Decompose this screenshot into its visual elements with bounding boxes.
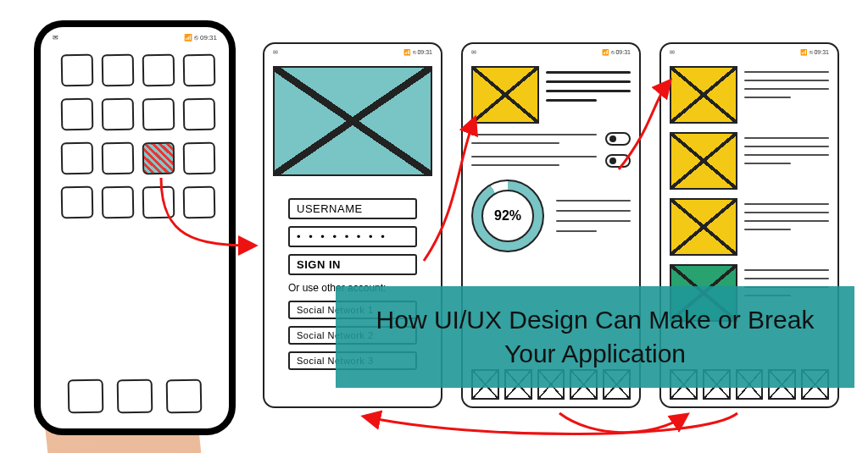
signin-button[interactable]: SIGN IN: [288, 254, 417, 275]
toggle-switch[interactable]: [605, 132, 631, 146]
toggle-switch[interactable]: [605, 154, 631, 168]
text-line: [471, 156, 597, 157]
app-icon[interactable]: [142, 54, 175, 87]
text-line: [556, 230, 597, 232]
text-line: [744, 220, 829, 222]
status-right: 📶 ⎋ 09:31: [184, 34, 217, 41]
app-icon[interactable]: [61, 54, 94, 87]
text-line: [546, 80, 631, 83]
text-line: [546, 99, 597, 102]
status-left: ✉: [53, 34, 58, 41]
progress-value: 92%: [494, 208, 521, 224]
app-icon[interactable]: [102, 54, 135, 87]
text-line: [744, 212, 829, 213]
text-line: [744, 97, 791, 98]
phone-home-screen: ✉ 📶 ⎋ 09:31: [41, 27, 229, 428]
text-line: [744, 137, 829, 139]
app-icon[interactable]: [102, 142, 135, 175]
app-icon[interactable]: [142, 98, 175, 131]
text-line: [556, 220, 631, 222]
text-line: [744, 269, 829, 271]
app-icon-selected[interactable]: [142, 142, 175, 175]
text-line: [471, 142, 559, 144]
app-icon[interactable]: [61, 142, 94, 175]
text-line: [744, 88, 829, 90]
text-line: [744, 154, 829, 156]
dock-icon[interactable]: [117, 379, 153, 414]
text-line: [546, 90, 631, 92]
text-line: [744, 80, 829, 81]
text-line: [744, 203, 829, 205]
app-icon[interactable]: [183, 186, 216, 219]
headline: How UI/UX Design Can Make or Break Your …: [359, 303, 831, 372]
username-field[interactable]: USERNAME: [288, 198, 417, 219]
app-icon[interactable]: [183, 98, 216, 131]
app-icon[interactable]: [102, 186, 135, 219]
text-line: [744, 278, 829, 279]
status-bar: ✉ 📶 ⎋ 09:31: [53, 34, 217, 41]
progress-donut: 92%: [471, 180, 544, 252]
status-bar: ✉ 📶 ⎋ 09:31: [471, 49, 631, 56]
app-icon[interactable]: [61, 98, 94, 131]
phone-device: ✉ 📶 ⎋ 09:31: [34, 20, 236, 435]
text-line: [744, 229, 791, 230]
dock: [41, 379, 229, 413]
text-line: [471, 164, 559, 166]
password-field[interactable]: • • • • • • • •: [288, 226, 417, 247]
thumbnail-placeholder: [670, 132, 737, 190]
app-icon[interactable]: [61, 186, 94, 219]
text-line: [546, 71, 631, 74]
thumbnail-placeholder: [670, 198, 737, 256]
text-line: [556, 210, 631, 212]
thumbnail-placeholder: [670, 66, 737, 124]
status-bar: ✉ 📶 ⎋ 09:31: [273, 49, 432, 56]
app-icon[interactable]: [102, 98, 135, 131]
hero-image-placeholder: [273, 66, 432, 176]
app-icon[interactable]: [183, 142, 216, 175]
app-icon[interactable]: [142, 186, 175, 219]
thumbnail-placeholder: [471, 66, 539, 124]
text-line: [556, 200, 631, 202]
text-line: [744, 146, 829, 147]
text-line: [744, 71, 829, 73]
title-overlay: How UI/UX Design Can Make or Break Your …: [336, 286, 854, 388]
text-line: [471, 134, 597, 135]
dock-icon[interactable]: [68, 379, 104, 414]
text-line: [744, 163, 791, 164]
app-icon[interactable]: [183, 54, 216, 87]
app-grid: [53, 51, 217, 222]
status-bar: ✉ 📶 ⎋ 09:31: [670, 49, 829, 56]
dock-icon[interactable]: [166, 379, 203, 414]
